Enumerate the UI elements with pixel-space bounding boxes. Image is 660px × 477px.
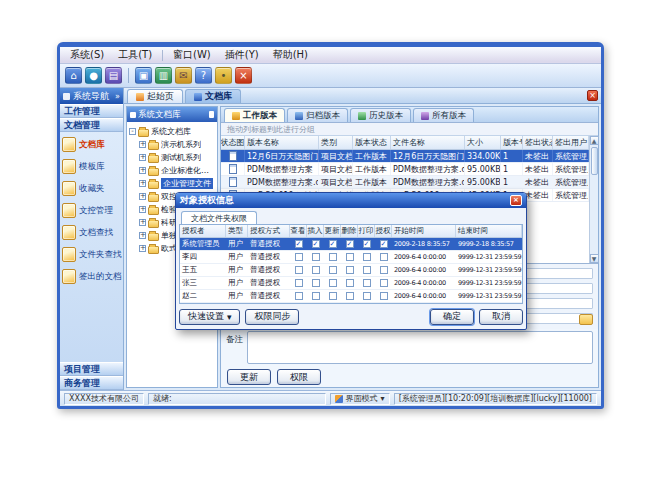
ok-button[interactable]: 确定 xyxy=(430,309,474,325)
browse-folder-icon[interactable] xyxy=(579,314,593,325)
update-checkbox[interactable] xyxy=(329,292,337,300)
print-checkbox[interactable] xyxy=(363,253,371,261)
ui-mode-cell[interactable]: 界面模式 ▾ xyxy=(330,393,390,405)
nav-group-document[interactable]: 文档管理 xyxy=(60,118,123,132)
column-header[interactable]: 类型 xyxy=(226,225,248,237)
tree-node[interactable]: + 演示机系列 xyxy=(139,138,215,151)
sidebar-item-foldersearch[interactable]: 文件夹查找 xyxy=(62,247,121,262)
view-checkbox[interactable]: ✓ xyxy=(295,240,303,248)
table-row[interactable]: 12月6日万天隐图门... 项目文档 工作版本 12月6日万天隐图门... 33… xyxy=(221,150,589,163)
insert-checkbox[interactable] xyxy=(312,279,320,287)
update-checkbox[interactable]: ✓ xyxy=(329,240,337,248)
print-checkbox[interactable] xyxy=(363,292,371,300)
grant-checkbox[interactable] xyxy=(380,279,388,287)
expand-icon[interactable]: + xyxy=(139,141,146,148)
chevrons-icon[interactable]: » xyxy=(115,92,120,101)
nav-group-work[interactable]: 工作管理 xyxy=(60,104,123,118)
vertical-scrollbar[interactable]: ▲ ▼ xyxy=(589,136,598,263)
update-checkbox[interactable] xyxy=(329,279,337,287)
update-checkbox[interactable] xyxy=(329,266,337,274)
column-header[interactable]: 签出用户 xyxy=(553,136,589,149)
delete-checkbox[interactable] xyxy=(346,253,354,261)
permission-row[interactable]: 赵二 用户 普通授权 2009-6-4 0:00:00 9999-12-31 2… xyxy=(180,290,522,303)
view-checkbox[interactable] xyxy=(295,279,303,287)
column-header[interactable]: 查看 xyxy=(290,225,307,237)
delete-checkbox[interactable] xyxy=(346,266,354,274)
grant-checkbox[interactable] xyxy=(380,253,388,261)
column-header[interactable]: 版本状态 xyxy=(353,136,391,149)
nav-group-project[interactable]: 项目管理 xyxy=(60,362,123,376)
table-row[interactable]: PDM数据整理方案.doc 项目文档 工作版本 PDM数据整理方案.doc 95… xyxy=(221,176,589,189)
column-header[interactable]: 结束时间 xyxy=(456,225,522,237)
print-checkbox[interactable] xyxy=(363,266,371,274)
tree-node[interactable]: + 企业标准化文件 xyxy=(139,164,215,177)
column-header[interactable]: 文件名称 xyxy=(391,136,465,149)
favorites-icon[interactable]: ▤ xyxy=(105,67,122,84)
menu-plugins[interactable]: 插件(Y) xyxy=(218,47,266,63)
permission-row[interactable]: 王五 用户 普通授权 2009-6-4 0:00:00 9999-12-31 2… xyxy=(180,264,522,277)
menu-help[interactable]: 帮助(H) xyxy=(266,47,315,63)
menu-tools[interactable]: 工具(T) xyxy=(111,47,159,63)
expand-icon[interactable]: + xyxy=(139,167,146,174)
tree-root[interactable]: - 系统文档库 xyxy=(129,125,215,138)
print-checkbox[interactable]: ✓ xyxy=(363,240,371,248)
tab-startpage[interactable]: 起始页 xyxy=(127,89,183,103)
expand-icon[interactable]: + xyxy=(139,180,146,187)
update-checkbox[interactable] xyxy=(329,253,337,261)
delete-checkbox[interactable] xyxy=(346,292,354,300)
view-checkbox[interactable] xyxy=(295,292,303,300)
expand-icon[interactable]: + xyxy=(139,245,146,252)
delete-checkbox[interactable] xyxy=(346,279,354,287)
expand-icon[interactable]: + xyxy=(139,206,146,213)
column-header[interactable]: 授权方式 xyxy=(248,225,290,237)
pin-icon[interactable] xyxy=(209,111,214,118)
collapse-icon[interactable]: - xyxy=(129,128,136,135)
column-header[interactable]: 大小 xyxy=(465,136,501,149)
lock-icon[interactable]: • xyxy=(215,67,232,84)
print-checkbox[interactable] xyxy=(363,279,371,287)
grant-checkbox[interactable]: ✓ xyxy=(380,240,388,248)
column-header[interactable]: 开始时间 xyxy=(392,225,456,237)
column-header[interactable]: 更新 xyxy=(324,225,341,237)
sidebar-item-doccontrol[interactable]: 文控管理 xyxy=(62,203,121,218)
tab-all-versions[interactable]: 所有版本 xyxy=(413,108,474,122)
expand-icon[interactable]: + xyxy=(139,154,146,161)
update-button[interactable]: 更新 xyxy=(227,369,271,385)
sidebar-item-template[interactable]: 模板库 xyxy=(62,159,121,174)
grant-checkbox[interactable] xyxy=(380,292,388,300)
remark-textarea[interactable] xyxy=(247,331,593,364)
insert-checkbox[interactable] xyxy=(312,292,320,300)
delete-checkbox[interactable]: ✓ xyxy=(346,240,354,248)
tab-work-version[interactable]: 工作版本 xyxy=(224,108,285,122)
menu-system[interactable]: 系统(S) xyxy=(63,47,111,63)
mail-icon[interactable]: ✉ xyxy=(175,67,192,84)
column-header[interactable]: 类别 xyxy=(319,136,353,149)
sidebar-item-checkedout[interactable]: 签出的文档 xyxy=(62,269,121,284)
column-header[interactable]: 删除 xyxy=(341,225,358,237)
quick-setup-button[interactable]: 快速设置 ▾ xyxy=(179,309,240,325)
expand-icon[interactable]: + xyxy=(139,219,146,226)
scroll-up-icon[interactable]: ▲ xyxy=(590,136,599,145)
help-icon[interactable]: ? xyxy=(195,67,212,84)
grant-checkbox[interactable] xyxy=(380,266,388,274)
sidebar-item-doclib[interactable]: 文档库 xyxy=(62,137,121,152)
tab-doclibrary[interactable]: 文档库 xyxy=(185,89,241,103)
globe-icon[interactable]: ● xyxy=(85,67,102,84)
tree-node-selected[interactable]: + 企业管理文件 xyxy=(139,177,215,190)
permission-button[interactable]: 权限 xyxy=(277,369,321,385)
nav-group-business[interactable]: 商务管理 xyxy=(60,376,123,390)
close-icon[interactable]: × xyxy=(587,90,598,101)
column-header[interactable]: 版本名称 xyxy=(245,136,319,149)
scrollbar-thumb[interactable] xyxy=(591,147,598,175)
expand-icon[interactable]: + xyxy=(139,193,146,200)
column-header[interactable]: 插入 xyxy=(307,225,324,237)
dialog-title-bar[interactable]: 对象授权信息 × xyxy=(176,193,526,208)
column-header[interactable]: 版本号 xyxy=(501,136,523,149)
insert-checkbox[interactable] xyxy=(312,253,320,261)
column-header[interactable]: 授权者 xyxy=(180,225,226,237)
tab-folder-permission[interactable]: 文档文件夹权限 xyxy=(181,211,257,224)
home-icon[interactable]: ⌂ xyxy=(65,67,82,84)
tree-node[interactable]: + 测试机系列 xyxy=(139,151,215,164)
report-icon[interactable]: ▥ xyxy=(155,67,172,84)
permission-row[interactable]: 张三 用户 普通授权 2009-6-4 0:00:00 9999-12-31 2… xyxy=(180,277,522,290)
